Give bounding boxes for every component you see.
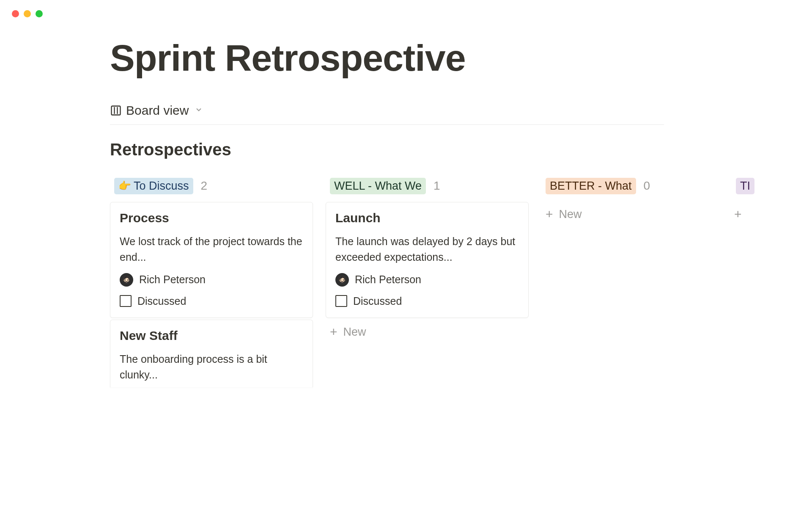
checkbox[interactable]: [335, 295, 347, 307]
window-traffic-lights: [0, 0, 812, 17]
card-process[interactable]: Process We lost track of the project tow…: [110, 202, 313, 318]
column-header[interactable]: TI: [732, 178, 757, 202]
new-card-button[interactable]: + New: [326, 320, 529, 345]
card-title: Process: [120, 211, 303, 225]
new-label: New: [559, 208, 582, 221]
new-card-button[interactable]: + New: [541, 202, 719, 227]
column-well: WELL - What We 1 Launch The launch was d…: [326, 178, 529, 389]
checkbox[interactable]: [120, 295, 132, 307]
page-title[interactable]: Sprint Retrospective: [110, 38, 812, 79]
card-new-staff[interactable]: New Staff The onboarding process is a bi…: [110, 320, 313, 387]
card-launch[interactable]: Launch The launch was delayed by 2 days …: [326, 202, 529, 318]
avatar: 🧔🏻: [120, 273, 133, 287]
check-label: Discussed: [353, 295, 402, 307]
svg-rect-0: [112, 106, 121, 115]
column-tag: WELL - What We: [330, 178, 426, 194]
column-header[interactable]: BETTER - What 0: [541, 178, 719, 202]
column-header[interactable]: WELL - What We 1: [326, 178, 529, 202]
author-name: Rich Peterson: [139, 273, 206, 286]
column-partial: TI +: [732, 178, 757, 389]
avatar: 🧔🏻: [335, 273, 349, 287]
column-tag: 👉 To Discuss: [114, 178, 193, 194]
card-title: New Staff: [120, 329, 303, 343]
plus-icon: +: [734, 208, 742, 221]
maximize-window-button[interactable]: [36, 10, 43, 17]
card-body: The launch was delayed by 2 days but exc…: [335, 234, 519, 265]
pointing-hand-icon: 👉: [118, 180, 131, 192]
column-count: 1: [433, 179, 440, 193]
column-header[interactable]: 👉 To Discuss 2: [110, 178, 313, 202]
card-body: We lost track of the project towards the…: [120, 234, 303, 265]
plus-icon: +: [546, 208, 553, 221]
author-name: Rich Peterson: [355, 273, 421, 286]
card-check-row[interactable]: Discussed: [335, 295, 519, 307]
card-author: 🧔🏻 Rich Peterson: [120, 273, 303, 287]
minimize-window-button[interactable]: [24, 10, 31, 17]
check-label: Discussed: [137, 295, 186, 307]
view-label: Board view: [126, 103, 189, 118]
close-window-button[interactable]: [12, 10, 19, 17]
card-body: The onboarding process is a bit clunky..…: [120, 351, 303, 383]
board: 👉 To Discuss 2 Process We lost track of …: [110, 178, 812, 389]
view-switcher[interactable]: Board view: [110, 103, 812, 124]
section-title: Retrospectives: [110, 140, 812, 159]
column-count: 2: [201, 179, 208, 193]
board-icon: [110, 105, 122, 116]
card-author: 🧔🏻 Rich Peterson: [335, 273, 519, 287]
new-label: New: [343, 326, 366, 339]
column-tag: BETTER - What: [546, 178, 636, 194]
column-better: BETTER - What 0 + New: [541, 178, 719, 389]
divider: [110, 124, 664, 125]
column-tag-label: To Discuss: [134, 179, 189, 193]
column-to-discuss: 👉 To Discuss 2 Process We lost track of …: [110, 178, 313, 389]
card-check-row[interactable]: Discussed: [120, 295, 303, 307]
new-card-button[interactable]: +: [732, 202, 757, 226]
card-title: Launch: [335, 211, 519, 225]
column-tag: TI: [736, 178, 754, 194]
plus-icon: +: [330, 326, 337, 338]
chevron-down-icon: [195, 105, 203, 116]
column-count: 0: [644, 179, 650, 193]
